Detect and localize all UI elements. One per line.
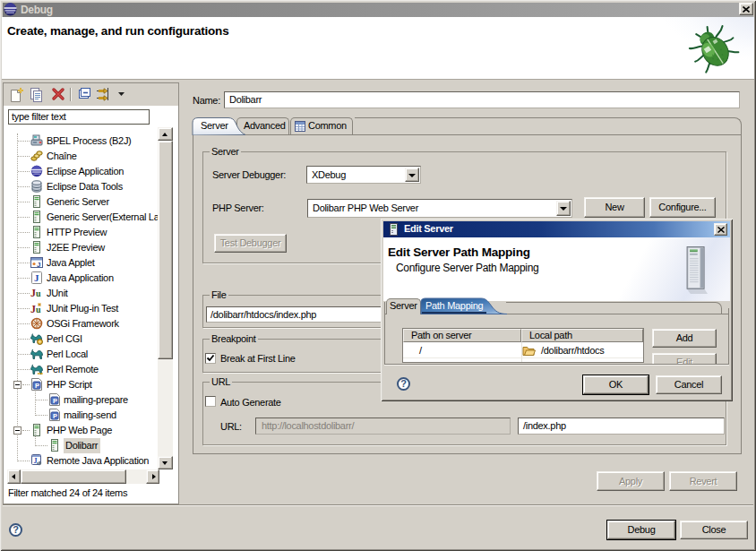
svg-text:P: P — [53, 412, 57, 420]
svg-text:P: P — [53, 397, 57, 405]
svg-text:J: J — [34, 457, 38, 465]
svg-text:J: J — [37, 261, 40, 269]
svg-text:J: J — [34, 272, 39, 283]
svg-text:P: P — [35, 382, 39, 390]
svg-text:u: u — [36, 288, 41, 298]
